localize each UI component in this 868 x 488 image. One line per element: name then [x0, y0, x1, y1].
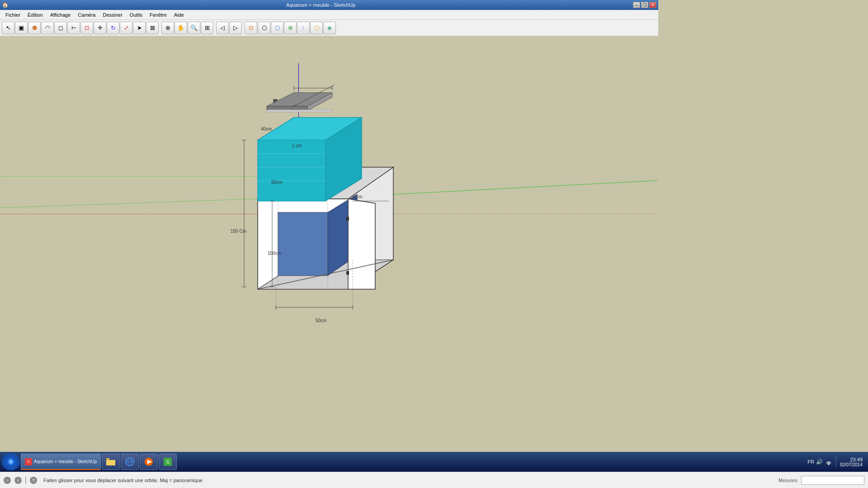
close-button[interactable]: ✕ [649, 2, 656, 8]
tool-eraser[interactable]: ◻ [54, 22, 67, 34]
tool-next-view[interactable]: ▷ [229, 22, 242, 34]
dim-50cm-bot: 50cm [316, 318, 326, 323]
svg-marker-8 [278, 212, 328, 276]
svg-marker-9 [348, 199, 375, 289]
dim-1cm: 1 cm [292, 143, 302, 148]
svg-rect-10 [346, 217, 349, 221]
menu-fichier[interactable]: Fichier [2, 11, 24, 19]
tool-materials[interactable]: ◈ [323, 22, 336, 34]
svg-rect-11 [346, 271, 349, 275]
tool-share[interactable]: ↑ [297, 22, 310, 34]
titlebar: 🏠 Aquarium + meuble - SketchUp ─ ❐ ✕ [0, 0, 658, 10]
tool-scale[interactable]: ⤢ [120, 22, 132, 34]
titlebar-title: Aquarium + meuble - SketchUp [286, 2, 355, 8]
model-svg [203, 81, 429, 343]
window-controls: ─ ❐ ✕ [633, 2, 656, 8]
tool-get-models[interactable]: ⊕ [284, 22, 297, 34]
svg-rect-26 [267, 110, 332, 112]
menu-dessiner[interactable]: Dessiner [99, 11, 126, 19]
tool-followme[interactable]: ➤ [133, 22, 146, 34]
tool-paint[interactable]: ⬟ [28, 22, 41, 34]
restore-button[interactable]: ❐ [641, 2, 648, 8]
tool-move[interactable]: ✛ [94, 22, 106, 34]
tool-tape[interactable]: ⊢ [67, 22, 80, 34]
menu-affichage[interactable]: Affichage [47, 11, 75, 19]
dim-40cm: 40cm [261, 127, 272, 131]
menu-edition[interactable]: Édition [24, 11, 47, 19]
tool-offset[interactable]: ⊠ [146, 22, 159, 34]
menu-camera[interactable]: Caméra [74, 11, 99, 19]
menu-fenetre[interactable]: Fenêtre [146, 11, 170, 19]
menubar: Fichier Édition Affichage Caméra Dessine… [0, 10, 658, 20]
tool-select[interactable]: ↖ [2, 22, 14, 34]
dim-50cm-top: 50cm [271, 180, 282, 185]
tool-import[interactable]: ⬡ [258, 22, 270, 34]
titlebar-icon: 🏠 [2, 2, 9, 8]
tool-zoom-extents[interactable]: ⊞ [201, 22, 213, 34]
svg-marker-16 [258, 140, 326, 201]
tool-pushpull[interactable]: ⊡ [80, 22, 93, 34]
tool-zoom[interactable]: 🔍 [188, 22, 200, 34]
menu-aide[interactable]: Aide [170, 11, 188, 19]
tool-orbit[interactable]: ⊕ [161, 22, 174, 34]
tool-section[interactable]: ⊟ [245, 22, 257, 34]
dim-150cm: 150 Cm [231, 229, 246, 234]
dim-0cm: 0 cm [353, 194, 363, 199]
dim-100cm: 100cm [268, 251, 281, 256]
toolbar: ↖ ▣ ⬟ ◠ ◻ ⊢ ⊡ ✛ ↻ ⤢ ➤ ⊠ ⊕ ✋ 🔍 ⊞ ◁ ▷ ⊟ ⬡ … [0, 20, 658, 36]
tool-arc[interactable]: ◠ [41, 22, 54, 34]
minimize-button[interactable]: ─ [633, 2, 640, 8]
tool-rotate[interactable]: ↻ [107, 22, 119, 34]
tool-3d-warehouse[interactable]: ⬡ [271, 22, 283, 34]
viewport[interactable]: 40cm 50cm 0 cm 150 Cm 100cm 50cm 1 cm [0, 36, 658, 343]
menu-outils[interactable]: Outils [126, 11, 146, 19]
tool-prev-view[interactable]: ◁ [216, 22, 229, 34]
tool-pan[interactable]: ✋ [175, 22, 187, 34]
tool-component[interactable]: ▣ [15, 22, 28, 34]
tool-components[interactable]: ⬡ [310, 22, 323, 34]
